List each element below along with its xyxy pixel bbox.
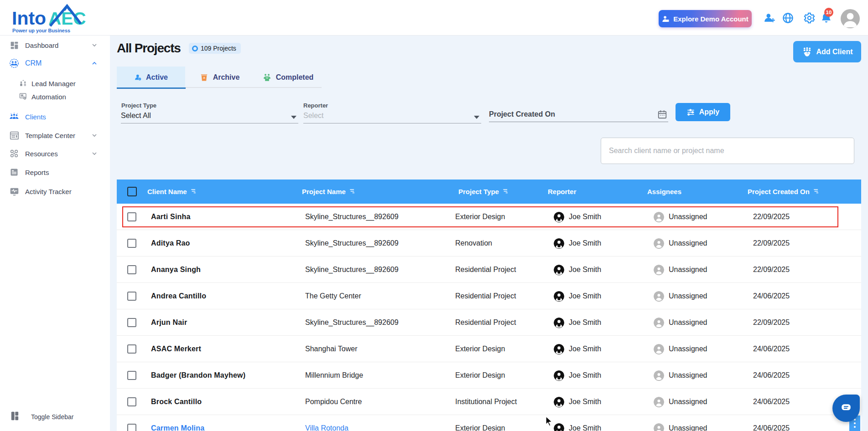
svg-text:AEC: AEC — [48, 9, 86, 28]
svg-text:Power up your Business: Power up your Business — [12, 28, 70, 33]
svg-text:Into: Into — [12, 8, 46, 29]
